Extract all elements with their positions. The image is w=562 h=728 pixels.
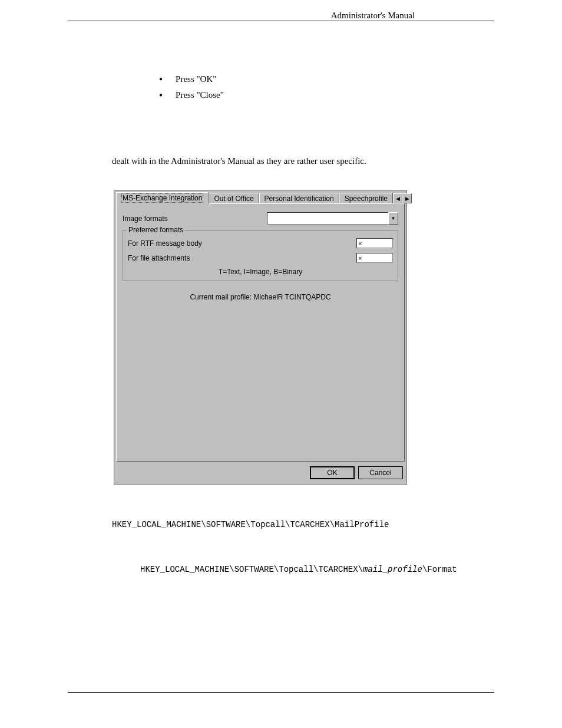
tab-panel: Image formats ▼ Preferred formats For RT… (116, 203, 405, 462)
tab-scroll-right-icon[interactable]: ▶ (402, 193, 412, 203)
ok-button[interactable]: OK (310, 466, 355, 479)
file-attachments-input[interactable] (356, 253, 393, 263)
settings-dialog: MS-Exchange Integration Out of Office Pe… (114, 190, 407, 485)
bullet-icon: ● (159, 91, 163, 98)
bullet-text: Press "Close" (176, 90, 224, 100)
image-formats-combo[interactable]: ▼ (267, 212, 398, 225)
header-rule (68, 21, 494, 21)
list-item: ● Press "Close" (159, 90, 494, 100)
format-legend: T=Text, I=Image, B=Binary (128, 268, 393, 276)
header-title: Administrator's Manual (112, 11, 494, 21)
bullet-list: ● Press "OK" ● Press "Close" (159, 74, 494, 100)
registry-path-1: HKEY_LOCAL_MACHINE\SOFTWARE\Topcall\TCAR… (112, 520, 494, 529)
footer-rule (68, 692, 494, 693)
tab-speechprofile[interactable]: Speechprofile (339, 193, 393, 203)
image-formats-label: Image formats (123, 215, 267, 223)
cancel-button[interactable]: Cancel (358, 466, 403, 479)
rtf-body-input[interactable] (356, 238, 393, 248)
tab-scroll-left-icon[interactable]: ◀ (393, 193, 402, 203)
tab-ms-exchange[interactable]: MS-Exchange Integration (116, 192, 209, 204)
rtf-body-label: For RTF message body (128, 239, 356, 248)
dropdown-icon[interactable]: ▼ (388, 212, 398, 225)
registry-path-2: HKEY_LOCAL_MACHINE\SOFTWARE\Topcall\TCAR… (140, 565, 494, 574)
dialog-button-row: OK Cancel (114, 462, 406, 484)
current-mail-profile: Current mail profile: MichaelR TCINTQAPD… (123, 293, 398, 301)
group-title: Preferred formats (127, 226, 185, 234)
file-attachments-label: For file attachments (128, 254, 356, 262)
list-item: ● Press "OK" (159, 74, 494, 84)
bullet-icon: ● (159, 75, 163, 82)
tab-out-of-office[interactable]: Out of Office (209, 193, 259, 203)
preferred-formats-group: Preferred formats For RTF message body F… (123, 230, 398, 281)
bullet-text: Press "OK" (176, 74, 216, 84)
body-paragraph: dealt with in the Administrator's Manual… (112, 156, 494, 166)
tab-strip: MS-Exchange Integration Out of Office Pe… (114, 190, 406, 203)
tab-personal-identification[interactable]: Personal Identification (259, 193, 339, 203)
image-formats-input[interactable] (267, 212, 388, 225)
